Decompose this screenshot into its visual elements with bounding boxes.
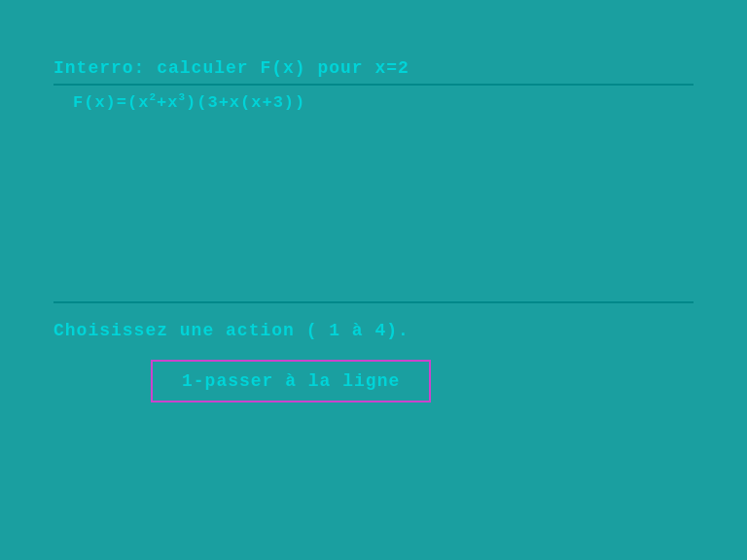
title-line: Interro: calculer F(x) pour x=2 <box>53 58 694 78</box>
formula-line: F(x)=(x2+x3)(3+x(x+3)) <box>73 93 694 112</box>
prompt-line: Choisissez une action ( 1 à 4). <box>53 321 694 340</box>
prompt-text: Choisissez une action ( 1 à 4). <box>53 321 409 340</box>
top-section: Interro: calculer F(x) pour x=2 F(x)=(x2… <box>53 58 694 112</box>
screen: Interro: calculer F(x) pour x=2 F(x)=(x2… <box>0 0 747 560</box>
bottom-separator <box>53 301 694 303</box>
action-box[interactable]: 1-passer à la ligne <box>151 360 431 402</box>
bottom-section: Choisissez une action ( 1 à 4). 1-passer… <box>53 321 694 402</box>
action-option-text: 1-passer à la ligne <box>182 371 400 391</box>
title-text: Interro: calculer F(x) pour x=2 <box>53 58 409 78</box>
top-separator <box>53 84 694 86</box>
